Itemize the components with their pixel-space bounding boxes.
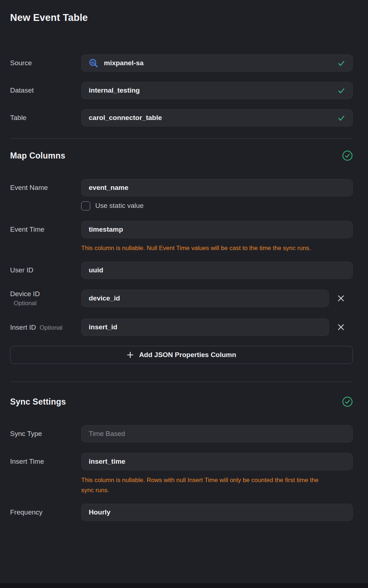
remove-insert-id-button[interactable]: [335, 321, 347, 333]
source-label: Source: [10, 54, 81, 72]
sync-settings-title: Sync Settings: [10, 397, 66, 407]
form-row-user-id: User ID uuid: [10, 262, 353, 279]
new-event-table-panel: New Event Table Source mixpanel-sa Datas…: [0, 0, 368, 521]
insert-id-value: insert_id: [89, 323, 321, 331]
valid-check-icon: [337, 86, 345, 94]
form-row-event-name: Event Name event_name: [10, 179, 353, 196]
panel-bottom-edge: [0, 583, 368, 588]
section-divider: [10, 382, 353, 382]
form-row-source: Source mixpanel-sa: [10, 54, 353, 72]
event-time-value: timestamp: [89, 226, 345, 233]
insert-time-nullable-warning: This column is nullable. Rows with null …: [81, 475, 331, 495]
insert-id-label: Insert ID Optional: [10, 318, 81, 331]
form-row-table: Table carol_connector_table: [10, 109, 353, 126]
dataset-value: internal_testing: [89, 86, 333, 94]
form-row-sync-type: Sync Type Time Based: [10, 425, 353, 442]
dataset-select[interactable]: internal_testing: [81, 82, 353, 99]
event-time-label: Event Time: [10, 221, 81, 238]
insert-id-label-text: Insert ID: [10, 324, 36, 331]
form-row-frequency: Frequency Hourly: [10, 504, 353, 521]
valid-check-icon: [337, 114, 345, 122]
insert-id-optional-tag: Optional: [40, 324, 62, 331]
sync-settings-header: Sync Settings: [10, 396, 353, 407]
device-id-optional-tag: Optional: [14, 300, 36, 307]
device-id-select[interactable]: device_id: [81, 290, 329, 307]
map-columns-title: Map Columns: [10, 151, 65, 161]
table-value: carol_connector_table: [89, 114, 333, 122]
checkbox-icon: [81, 201, 90, 210]
bigquery-icon: [89, 58, 98, 68]
table-select[interactable]: carol_connector_table: [81, 109, 353, 126]
use-static-value-checkbox[interactable]: Use static value: [81, 201, 353, 211]
device-id-value: device_id: [89, 294, 321, 302]
form-row-insert-time: Insert Time insert_time This column is n…: [10, 453, 353, 495]
event-name-select[interactable]: event_name: [81, 179, 353, 196]
page-title: New Event Table: [10, 12, 353, 23]
add-json-button-label: Add JSON Properties Column: [139, 351, 236, 359]
form-row-insert-id: Insert ID Optional insert_id: [10, 318, 353, 336]
frequency-value: Hourly: [89, 508, 345, 516]
remove-device-id-button[interactable]: [335, 292, 347, 304]
insert-time-value: insert_time: [89, 458, 345, 466]
insert-time-select[interactable]: insert_time: [81, 453, 353, 470]
add-json-properties-column-button[interactable]: Add JSON Properties Column: [10, 346, 353, 364]
insert-time-label: Insert Time: [10, 453, 81, 470]
event-time-select[interactable]: timestamp: [81, 221, 353, 238]
form-row-device-id: Device ID Optional device_id: [10, 290, 353, 307]
sync-type-label: Sync Type: [10, 425, 81, 442]
event-time-nullable-warning: This column is nullable. Null Event Time…: [81, 243, 331, 253]
frequency-label: Frequency: [10, 504, 81, 521]
section-complete-icon: [342, 150, 353, 161]
use-static-value-label: Use static value: [95, 202, 144, 210]
sync-type-select: Time Based: [81, 425, 353, 442]
valid-check-icon: [337, 59, 345, 67]
form-row-event-time: Event Time timestamp This column is null…: [10, 221, 353, 253]
user-id-label: User ID: [10, 262, 81, 279]
user-id-select[interactable]: uuid: [81, 262, 353, 279]
insert-id-select[interactable]: insert_id: [81, 318, 329, 336]
form-row-static-value: Use static value: [10, 201, 353, 211]
source-select[interactable]: mixpanel-sa: [81, 54, 353, 72]
plus-icon: [127, 351, 134, 358]
device-id-label-text: Device ID: [10, 290, 40, 298]
event-name-value: event_name: [89, 184, 345, 192]
section-complete-icon: [342, 396, 353, 407]
sync-type-value: Time Based: [89, 430, 345, 438]
event-name-label: Event Name: [10, 179, 81, 196]
frequency-select[interactable]: Hourly: [81, 504, 353, 521]
dataset-label: Dataset: [10, 82, 81, 99]
map-columns-header: Map Columns: [10, 150, 353, 161]
device-id-label: Device ID Optional: [10, 290, 81, 307]
form-row-dataset: Dataset internal_testing: [10, 82, 353, 99]
section-divider: [10, 138, 353, 139]
source-value: mixpanel-sa: [104, 59, 333, 67]
table-label: Table: [10, 109, 81, 126]
user-id-value: uuid: [89, 266, 345, 274]
